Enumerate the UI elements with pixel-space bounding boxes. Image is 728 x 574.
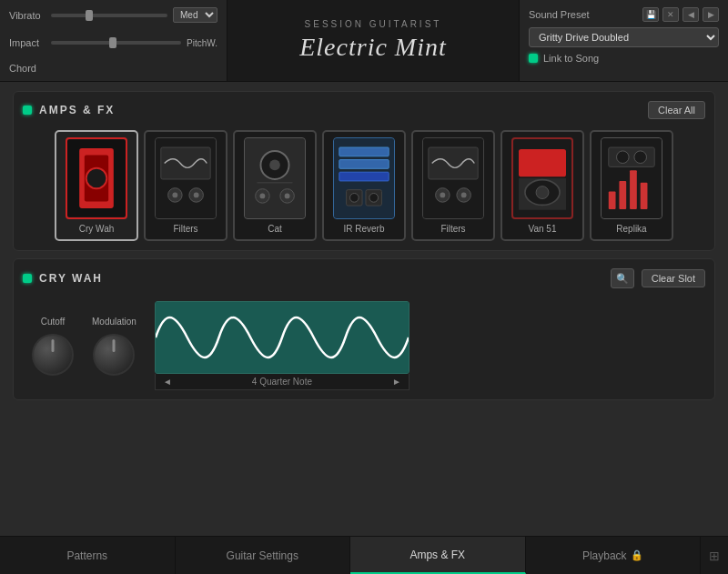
cat-icon (244, 137, 306, 219)
effect-slot-van51[interactable]: Van 51 (500, 130, 584, 241)
svg-rect-33 (519, 149, 566, 176)
controls-area: Cutoff Modulation ◄ 4 (23, 301, 705, 390)
tab-playback[interactable]: Playback 🔒 (526, 537, 702, 574)
impact-label: Impact (9, 37, 46, 48)
svg-rect-40 (630, 170, 637, 209)
svg-rect-19 (339, 147, 389, 156)
waveform-display (155, 301, 410, 374)
svg-point-15 (260, 194, 266, 199)
svg-point-31 (461, 193, 467, 198)
next-preset-btn[interactable]: ▶ (703, 7, 719, 22)
cry-wah-section-title: CRY WAH (39, 272, 103, 285)
replika-label: Replika (616, 224, 646, 234)
header-center: SESSION GUITARIST Electric Mint (228, 0, 519, 81)
link-to-song-led[interactable] (529, 54, 538, 63)
search-button[interactable]: 🔍 (611, 268, 634, 288)
svg-point-9 (194, 193, 199, 198)
modulation-group: Modulation (92, 317, 136, 376)
filters-1-label: Filters (173, 224, 197, 234)
save-preset-btn[interactable]: 💾 (642, 7, 659, 22)
tab-amps-fx[interactable]: Amps & FX (350, 537, 526, 574)
vibrato-label: Vibrato (9, 10, 46, 21)
sound-preset-label: Sound Preset (529, 9, 639, 20)
svg-point-43 (617, 151, 630, 164)
cutoff-group: Cutoff (32, 317, 74, 376)
app-title: Electric Mint (299, 33, 447, 62)
effect-slot-replika[interactable]: Replika (590, 130, 673, 241)
cry-wah-title-row: CRY WAH (23, 272, 103, 285)
tab-patterns[interactable]: Patterns (0, 537, 176, 574)
amps-fx-title: AMPS & FX (39, 104, 115, 116)
effect-slot-cat[interactable]: Cat (233, 130, 317, 241)
vibrato-dropdown[interactable]: Med Low High (173, 7, 217, 23)
clear-slot-button[interactable]: Clear Slot (642, 269, 705, 287)
mixer-bars-icon: ⊞ (709, 549, 720, 563)
effect-slot-filters-2[interactable]: Filters (411, 130, 495, 241)
cry-wah-section-led[interactable] (23, 274, 32, 283)
impact-slider[interactable] (51, 41, 181, 45)
filters-1-icon (155, 137, 217, 219)
modulation-knob[interactable] (93, 334, 135, 376)
header-right-panel: Sound Preset 💾 ✕ ◀ ▶ Gritty Drive Double… (519, 0, 728, 81)
svg-point-30 (440, 193, 445, 198)
waveform-note-label: 4 Quarter Note (252, 377, 312, 387)
svg-point-24 (349, 194, 359, 203)
cry-wah-icon (66, 137, 127, 219)
cry-wah-section-right: 🔍 Clear Slot (611, 268, 705, 288)
amps-fx-panel: AMPS & FX Clear All Cry Wah (13, 91, 715, 251)
cry-wah-section: CRY WAH 🔍 Clear Slot Cutoff Modulation (13, 258, 715, 400)
svg-point-3 (86, 168, 107, 189)
svg-point-44 (634, 151, 647, 164)
delete-preset-btn[interactable]: ✕ (662, 7, 679, 22)
svg-rect-41 (641, 183, 648, 209)
waveform-prev-btn[interactable]: ◄ (163, 377, 172, 387)
vibrato-thumb[interactable] (86, 10, 93, 21)
svg-rect-38 (609, 192, 616, 209)
amps-fx-header: AMPS & FX Clear All (23, 101, 705, 119)
link-to-song-row: Link to Song (529, 53, 719, 64)
ir-reverb-label: IR Reverb (343, 224, 384, 234)
amps-fx-led[interactable] (23, 106, 32, 115)
svg-rect-39 (619, 181, 626, 209)
filters-2-icon (422, 137, 484, 219)
tab-patterns-label: Patterns (66, 549, 107, 562)
effect-slot-ir-reverb[interactable]: IR Reverb (322, 130, 406, 241)
svg-rect-21 (339, 172, 389, 181)
chord-row: Chord (9, 63, 217, 74)
tab-amps-fx-label: Amps & FX (410, 549, 465, 561)
tab-guitar-settings-label: Guitar Settings (227, 549, 298, 562)
effect-slot-filters-1[interactable]: Filters (144, 130, 228, 241)
svg-point-8 (172, 193, 177, 198)
vibrato-row: Vibrato Med Low High (9, 7, 217, 23)
svg-rect-27 (429, 147, 478, 179)
vibrato-slider[interactable] (51, 14, 167, 17)
cutoff-knob[interactable] (32, 334, 74, 376)
header: Vibrato Med Low High Impact PitchW. Chor… (0, 0, 728, 82)
link-to-song-label: Link to Song (543, 53, 599, 64)
svg-point-36 (536, 186, 549, 199)
tab-guitar-settings[interactable]: Guitar Settings (176, 537, 351, 574)
sound-preset-row: Sound Preset 💾 ✕ ◀ ▶ (529, 7, 719, 22)
effect-slot-cry-wah[interactable]: Cry Wah (55, 130, 138, 241)
impact-thumb[interactable] (109, 37, 116, 48)
effects-chain: Cry Wah Filters (23, 130, 705, 241)
impact-row: Impact PitchW. (9, 37, 217, 48)
bottom-tabs: Patterns Guitar Settings Amps & FX Playb… (0, 536, 728, 574)
svg-rect-5 (161, 147, 210, 179)
mixer-icon: ⊞ (701, 537, 728, 574)
cry-wah-label: Cry Wah (79, 224, 115, 234)
waveform-next-btn[interactable]: ► (392, 377, 401, 387)
svg-rect-20 (339, 160, 389, 169)
preset-dropdown[interactable]: Gritty Drive Doubled (529, 27, 719, 47)
cat-label: Cat (268, 224, 282, 234)
svg-point-12 (269, 160, 280, 171)
tab-playback-label: Playback (582, 549, 627, 562)
playback-lock-icon: 🔒 (631, 549, 643, 561)
replika-icon (601, 137, 662, 219)
cutoff-label: Cutoff (41, 317, 66, 327)
chord-label: Chord (9, 63, 36, 74)
header-left-panel: Vibrato Med Low High Impact PitchW. Chor… (0, 0, 228, 81)
prev-preset-btn[interactable]: ◀ (682, 7, 699, 22)
clear-all-button[interactable]: Clear All (648, 101, 705, 119)
amps-fx-title-row: AMPS & FX (23, 104, 115, 116)
